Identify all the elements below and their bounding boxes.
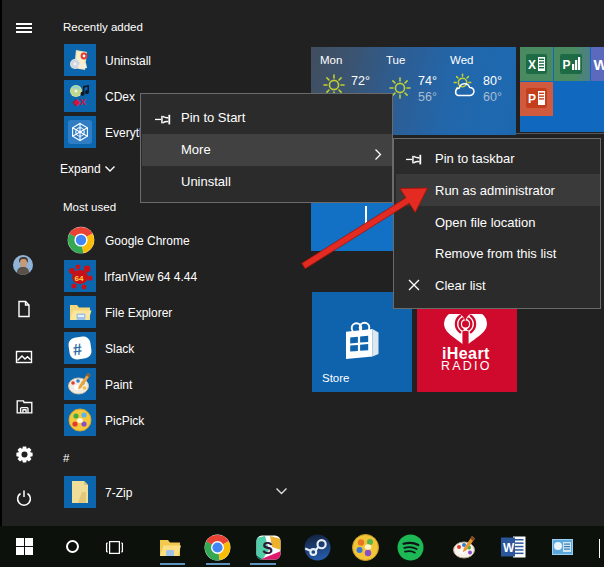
svg-text:S: S	[262, 540, 273, 557]
svg-text:X: X	[528, 58, 536, 72]
svg-text:64: 64	[75, 274, 84, 283]
svg-text:W: W	[503, 541, 515, 555]
svg-text:P: P	[528, 92, 536, 106]
svg-text:◆X: ◆X	[72, 97, 86, 107]
svg-text:P: P	[563, 58, 571, 72]
